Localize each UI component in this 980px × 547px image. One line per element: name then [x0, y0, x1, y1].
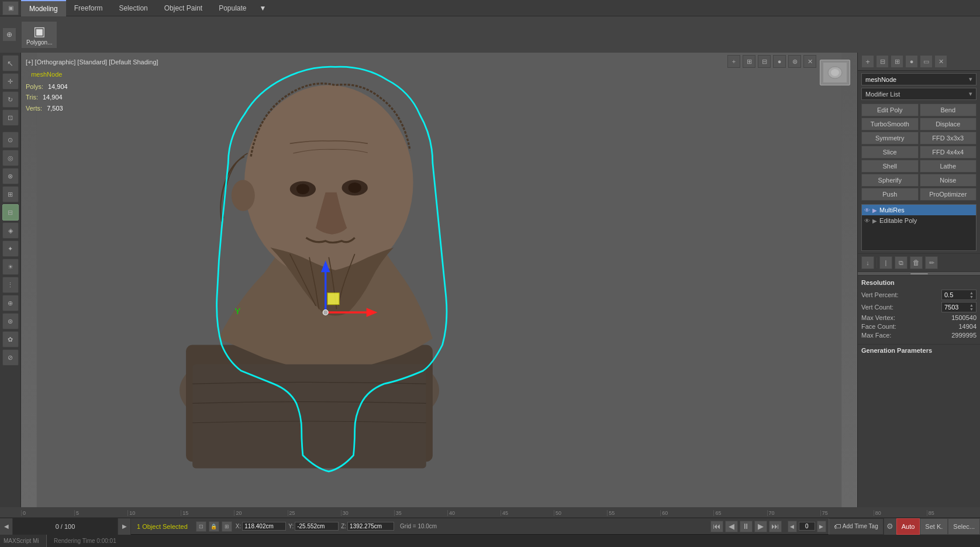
mod-btn-spherify[interactable]: Spherify: [861, 174, 919, 187]
frame-prev-btn[interactable]: ◀: [788, 521, 797, 532]
stack-eye-icon-2: 👁: [864, 218, 870, 224]
setk-btn[interactable]: Set K.: [920, 518, 948, 535]
tool-15[interactable]: ⊛: [2, 313, 19, 329]
play-back-btn[interactable]: ◀: [725, 521, 738, 532]
tool-select[interactable]: ↖: [2, 55, 19, 71]
polygon-button[interactable]: ▣ Polygon...: [21, 21, 57, 49]
stack-arrow-icon-2: ▶: [872, 218, 877, 224]
tool-11[interactable]: ✦: [2, 240, 19, 257]
playback-controls: ⏮ ◀ ⏸ ▶ ⏭: [707, 521, 785, 532]
maxscript-label[interactable]: MAXScript Mi: [0, 535, 47, 547]
toolbar-icon-1[interactable]: ⊕: [2, 27, 16, 42]
vert-count-field[interactable]: 7503 ▲ ▼: [941, 302, 976, 312]
tool-7[interactable]: ⊗: [2, 168, 19, 184]
stack-btn-collapse[interactable]: ⧉: [895, 256, 907, 269]
coord-icon-1[interactable]: ⊡: [196, 521, 206, 532]
rp-icon-plus[interactable]: +: [861, 55, 874, 68]
modifier-buttons-grid: Edit Poly Bend TurboSmooth Displace Symm…: [858, 102, 980, 202]
stack-item-editable-poly[interactable]: 👁 ▶ Editable Poly: [862, 215, 976, 226]
timeline-slider-wrapper[interactable]: 0 / 100: [13, 518, 118, 535]
mod-btn-ffd3x3[interactable]: FFD 3x3x3: [920, 132, 977, 145]
coord-x-field[interactable]: 118.402cm: [242, 522, 286, 531]
tool-spacer: [2, 128, 19, 130]
tab-freeform[interactable]: Freeform: [66, 0, 111, 16]
vert-percent-field[interactable]: 0.5 ▲ ▼: [941, 290, 976, 300]
tool-13[interactable]: ⋮: [2, 277, 19, 293]
coord-y-field[interactable]: -25.552cm: [295, 522, 339, 531]
vp-icon-5[interactable]: ⊛: [788, 55, 801, 68]
tool-14[interactable]: ⊕: [2, 295, 19, 311]
coord-x: X: 118.402cm: [234, 522, 287, 531]
stack-btn-pin[interactable]: ↓: [861, 256, 874, 269]
stack-btn-edit[interactable]: ✏: [925, 256, 938, 269]
rp-icon-grid[interactable]: ⊞: [891, 55, 903, 68]
tool-12[interactable]: ☀: [2, 259, 19, 275]
mod-btn-displace[interactable]: Displace: [920, 118, 977, 130]
mod-btn-symmetry[interactable]: Symmetry: [861, 132, 919, 145]
tool-8[interactable]: ⊞: [2, 186, 19, 202]
mod-btn-edit-poly[interactable]: Edit Poly: [861, 104, 919, 116]
tab-extra-btn[interactable]: ▼: [255, 0, 271, 16]
tool-scale[interactable]: ⊡: [2, 109, 19, 126]
play-btn[interactable]: ▶: [754, 521, 767, 532]
auto-key-btn[interactable]: Auto: [896, 518, 920, 535]
tool-17[interactable]: ⊘: [2, 349, 19, 366]
coord-z-field[interactable]: 1392.275cm: [347, 522, 394, 531]
ruler-tick-75: 75: [820, 510, 874, 516]
max-face-label: Max Face:: [861, 332, 891, 339]
modifier-list-dropdown[interactable]: Modifier List ▾: [861, 88, 976, 100]
pause-btn[interactable]: ⏸: [740, 521, 753, 532]
mesh-node-field[interactable]: meshNode ▾: [861, 73, 976, 85]
vp-icon-6[interactable]: ✕: [803, 55, 816, 68]
stack-btn-pipe[interactable]: |: [879, 256, 892, 269]
settings-icon[interactable]: ⚙: [884, 518, 896, 535]
tab-modeling[interactable]: Modeling: [21, 0, 66, 16]
frame-next-btn[interactable]: ▶: [817, 521, 826, 532]
rp-icon-monitor[interactable]: ▭: [920, 55, 933, 68]
ruler-row: 0 5 10 15 20 25 30 35 40 45 50 55 60 65 …: [0, 507, 980, 518]
vp-icon-1[interactable]: +: [727, 55, 740, 68]
tool-rotate[interactable]: ↻: [2, 91, 19, 108]
skip-end-btn[interactable]: ⏭: [769, 521, 782, 532]
stack-item-multires[interactable]: 👁 ▶ MultiRes: [862, 205, 976, 215]
coord-icon-2[interactable]: 🔒: [209, 521, 219, 532]
coord-icon-3[interactable]: ⊞: [222, 521, 232, 532]
vp-icon-4[interactable]: ●: [773, 55, 786, 68]
ruler-tick-45: 45: [501, 510, 554, 516]
stack-btn-delete[interactable]: 🗑: [910, 256, 923, 269]
mod-btn-prooptimizer[interactable]: ProOptimizer: [920, 188, 977, 201]
tab-populate[interactable]: Populate: [211, 0, 254, 16]
skip-start-btn[interactable]: ⏮: [710, 521, 723, 532]
vp-icon-2[interactable]: ⊞: [743, 55, 755, 68]
mod-btn-shell[interactable]: Shell: [861, 160, 919, 173]
mod-btn-noise[interactable]: Noise: [920, 174, 977, 187]
rp-icon-circle[interactable]: ●: [905, 55, 918, 68]
tool-9[interactable]: ⊟: [2, 204, 19, 221]
rp-icon-cube[interactable]: ⊟: [876, 55, 889, 68]
mod-btn-ffd4x4[interactable]: FFD 4x4x4: [920, 146, 977, 159]
rp-icon-x[interactable]: ✕: [934, 55, 947, 68]
select-btn[interactable]: Selec...: [948, 518, 980, 535]
tab-selection[interactable]: Selection: [111, 0, 156, 16]
viewport[interactable]: Y [+] [Orthographic] [Standard] [Default…: [21, 53, 857, 507]
timeline-next-btn[interactable]: ▶: [118, 518, 131, 535]
mod-btn-lathe[interactable]: Lathe: [920, 160, 977, 173]
add-time-tag-label: Add Time Tag: [843, 523, 878, 529]
vp-icon-3[interactable]: ⊟: [758, 55, 771, 68]
ruler-tick-35: 35: [394, 510, 447, 516]
tool-5[interactable]: ⊙: [2, 132, 19, 148]
mod-btn-turbosmooth[interactable]: TurboSmooth: [861, 118, 919, 130]
tool-16[interactable]: ✿: [2, 331, 19, 348]
frame-field[interactable]: 0: [799, 522, 815, 531]
render-time-label: Rendering Time 0:00:01: [47, 538, 123, 544]
tool-10[interactable]: ◈: [2, 222, 19, 239]
polygon-icon-btn[interactable]: ▣: [2, 1, 19, 15]
timeline-prev-btn[interactable]: ◀: [0, 518, 13, 535]
mod-btn-bend[interactable]: Bend: [920, 104, 977, 116]
mod-btn-slice[interactable]: Slice: [861, 146, 919, 159]
add-time-tag-btn[interactable]: 🏷 Add Time Tag: [829, 518, 884, 535]
tool-6[interactable]: ◎: [2, 150, 19, 166]
mod-btn-push[interactable]: Push: [861, 188, 919, 201]
tool-move[interactable]: ✛: [2, 73, 19, 90]
tab-object-paint[interactable]: Object Paint: [156, 0, 211, 16]
